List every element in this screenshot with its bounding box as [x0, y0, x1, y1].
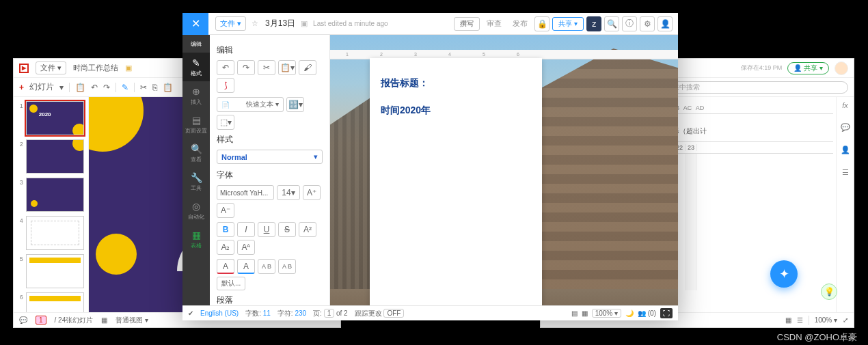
- publish-link[interactable]: 发布: [508, 18, 532, 29]
- doc-heading-1[interactable]: 报告标题：: [381, 77, 531, 89]
- spellcheck-icon[interactable]: ✔: [188, 309, 193, 317]
- find-replace-icon[interactable]: 🔡▾: [286, 97, 304, 112]
- cut-icon[interactable]: ✂: [258, 60, 275, 75]
- copy-icon[interactable]: ⎘: [152, 83, 157, 92]
- char-count[interactable]: 字符: 230: [277, 309, 306, 318]
- redo-icon[interactable]: ↷: [237, 60, 255, 75]
- clear-format-icon[interactable]: ⟆: [217, 78, 234, 93]
- thumbnail[interactable]: 2: [18, 139, 84, 174]
- zoom-dropdown[interactable]: 100% ▾: [592, 309, 621, 318]
- thumbnail[interactable]: 5: [18, 254, 84, 288]
- info-icon[interactable]: ⓘ: [622, 16, 637, 31]
- current-slide-number[interactable]: 1: [36, 316, 46, 325]
- comments-icon[interactable]: 💬: [19, 316, 27, 324]
- write-button[interactable]: 撰写: [454, 17, 480, 31]
- clipboard-icon[interactable]: 📋: [75, 83, 85, 92]
- close-button[interactable]: ✕: [182, 13, 208, 35]
- user-icon[interactable]: 👤: [657, 16, 673, 31]
- zia-icon[interactable]: ᴢ: [586, 16, 601, 31]
- bold-button[interactable]: B: [217, 222, 234, 237]
- default-button[interactable]: 默认...: [217, 277, 245, 290]
- document-page[interactable]: 报告标题： 时间2020年: [370, 58, 542, 305]
- increase-font-icon[interactable]: A⁺: [303, 185, 321, 200]
- comment-icon[interactable]: 💬: [841, 123, 850, 132]
- dropdown-icon[interactable]: ▾: [59, 83, 64, 92]
- track-changes[interactable]: 跟踪更改 OFF: [355, 309, 405, 318]
- thumbnail[interactable]: 4: [18, 216, 84, 250]
- style-dropdown[interactable]: Normal▾: [217, 150, 323, 164]
- undo-icon[interactable]: ↶: [217, 60, 234, 75]
- star-icon[interactable]: ☆: [252, 19, 258, 28]
- format-painter-icon[interactable]: 🖌: [299, 60, 316, 75]
- redo-icon[interactable]: ↷: [103, 83, 110, 92]
- rail-edit[interactable]: 编辑: [182, 35, 210, 53]
- char-spacing2-button[interactable]: A B: [278, 259, 296, 274]
- new-slide-label[interactable]: 幻灯片: [29, 81, 54, 93]
- night-mode-icon[interactable]: 🌙: [625, 309, 634, 317]
- thumbnail[interactable]: 6: [18, 292, 84, 312]
- font-size-dropdown[interactable]: 14 ▾: [277, 185, 300, 200]
- rail-view[interactable]: 🔍查看: [182, 139, 210, 167]
- page-indicator[interactable]: 页: 1 of 2: [313, 309, 348, 318]
- undo-icon[interactable]: ↶: [91, 83, 98, 92]
- show-file-menu[interactable]: 文件 ▾: [36, 61, 66, 74]
- folder-icon[interactable]: ▣: [301, 19, 308, 28]
- quick-text-dropdown[interactable]: 📄快速文本 ▾: [217, 97, 284, 112]
- share-button[interactable]: 👤共享 ▾: [787, 62, 829, 74]
- expand-icon[interactable]: ⤢: [843, 316, 848, 324]
- grid-icon[interactable]: ▦: [785, 316, 791, 324]
- fullscreen-icon[interactable]: ⛶: [660, 308, 673, 318]
- add-slide-button[interactable]: +: [19, 83, 24, 92]
- underline-button[interactable]: U: [258, 222, 275, 237]
- cut-icon[interactable]: ✂: [140, 83, 147, 92]
- web-layout-icon[interactable]: ▦: [582, 309, 588, 317]
- layout-icon[interactable]: ▤: [571, 309, 578, 317]
- folder-icon[interactable]: ▣: [125, 64, 132, 72]
- document-area[interactable]: 123456 报告标题： 时间2020年: [330, 35, 678, 305]
- zoom-dropdown[interactable]: 100% ▾: [815, 316, 837, 324]
- select-icon[interactable]: ⬚▾: [217, 115, 234, 130]
- clipboard-icon[interactable]: 📋▾: [278, 60, 296, 75]
- thumbnail[interactable]: 3: [18, 178, 84, 212]
- document-title[interactable]: 3月13日: [265, 18, 295, 29]
- strike-button[interactable]: S: [278, 222, 296, 237]
- highlight-button[interactable]: A: [237, 259, 255, 274]
- share-button[interactable]: 共享 ▾: [552, 17, 584, 31]
- superscript-button[interactable]: A²: [299, 222, 316, 237]
- rail-table[interactable]: ▦表格: [182, 225, 210, 253]
- view-mode-icon[interactable]: ▦: [101, 316, 107, 324]
- fab-add-button[interactable]: ✦: [770, 260, 798, 288]
- fx-icon[interactable]: fx: [842, 101, 848, 109]
- word-count[interactable]: 字数: 11: [245, 309, 271, 318]
- thumbnail-panel[interactable]: 12020 2 3 4 5 6: [14, 97, 89, 312]
- rail-auto[interactable]: ◎自动化: [182, 196, 210, 225]
- person-icon[interactable]: 👤: [841, 146, 850, 154]
- rail-insert[interactable]: ⊕插入: [182, 81, 210, 110]
- user-avatar[interactable]: [835, 61, 848, 75]
- change-case-button[interactable]: Aᴬ: [237, 240, 255, 255]
- doc-heading-2[interactable]: 时间2020年: [381, 105, 531, 117]
- view-mode-dropdown[interactable]: 普通视图 ▾: [116, 316, 148, 325]
- hint-bulb-icon[interactable]: 💡: [821, 284, 837, 300]
- rail-format[interactable]: ✎格式: [182, 53, 210, 81]
- char-spacing-button[interactable]: A B: [258, 259, 275, 274]
- rail-page[interactable]: ▤页面设置: [182, 110, 210, 139]
- lock-icon[interactable]: 🔒: [534, 16, 550, 31]
- list-icon[interactable]: ☰: [842, 168, 849, 177]
- list-icon[interactable]: ☰: [797, 316, 803, 324]
- collaborators[interactable]: 👥 (0): [638, 309, 656, 317]
- subscript-button[interactable]: A₂: [217, 240, 234, 255]
- gear-icon[interactable]: ⚙: [640, 16, 655, 31]
- review-link[interactable]: 审查: [483, 18, 506, 29]
- decrease-font-icon[interactable]: A⁻: [217, 203, 234, 218]
- search-icon[interactable]: 🔍: [604, 16, 619, 31]
- rail-tools[interactable]: 🔧工具: [182, 167, 210, 196]
- thumbnail[interactable]: 12020: [18, 101, 84, 135]
- lang-indicator[interactable]: English (US): [200, 309, 239, 317]
- file-menu[interactable]: 文件 ▾: [215, 16, 246, 31]
- format-painter-icon[interactable]: ✎: [122, 83, 128, 92]
- font-color-button[interactable]: A: [217, 259, 234, 274]
- font-family-dropdown[interactable]: Microsoft YaH...: [217, 185, 274, 200]
- paste-icon[interactable]: 📋: [163, 83, 173, 92]
- italic-button[interactable]: I: [237, 222, 255, 237]
